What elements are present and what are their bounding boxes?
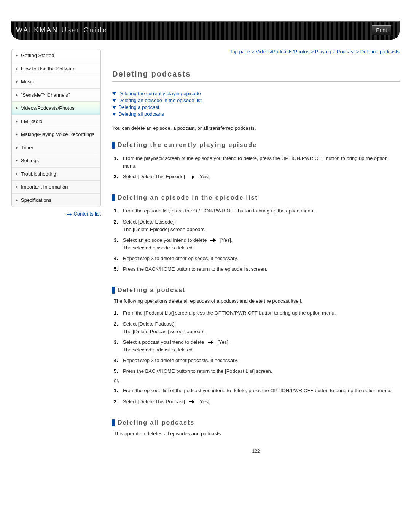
step: Select [Delete This Episode] [Yes].: [114, 171, 400, 182]
step: Select [Delete This Podcast] [Yes].: [114, 396, 400, 407]
step: From the episode list, press the OPTION/…: [114, 206, 400, 216]
crumb-sep: >: [356, 49, 359, 54]
step: Repeat step 3 to delete other episodes, …: [114, 253, 400, 264]
section-title: Deleting all podcasts: [112, 419, 400, 426]
arrow-right-icon: [189, 175, 195, 179]
nav-getting-started[interactable]: Getting Started: [12, 49, 100, 62]
breadcrumb: Top page > Videos/Podcasts/Photos > Play…: [112, 49, 400, 54]
section-del-current: Deleting the currently playing episode F…: [112, 142, 400, 182]
step-text: [Yes].: [198, 399, 210, 404]
crumb-current[interactable]: Deleting podcasts: [360, 49, 400, 54]
sidebar-nav: Getting Started How to Use the Software …: [11, 49, 101, 207]
step-text: Select a podcast you intend to delete: [123, 339, 204, 345]
step: Select an episode you intend to delete […: [114, 235, 400, 253]
anchor-label: Deleting an episode in the episode list: [118, 97, 202, 103]
step: Select [Delete Podcast]. The [Delete Pod…: [114, 319, 400, 337]
chevron-down-icon: [112, 106, 116, 109]
steps-list: From the episode list, press the OPTION/…: [112, 206, 400, 275]
page-number: 122: [112, 449, 400, 454]
section-title: Deleting the currently playing episode: [112, 142, 400, 149]
section-del-in-list: Deleting an episode in the episode list …: [112, 194, 400, 275]
section-del-all: Deleting all podcasts This operation del…: [112, 419, 400, 436]
step: From the episode list of the podcast you…: [114, 385, 400, 396]
nav-fm-radio[interactable]: FM Radio: [12, 115, 100, 128]
arrow-right-icon: [189, 400, 195, 404]
nav-settings[interactable]: Settings: [12, 154, 100, 168]
anchor-label: Deleting all podcasts: [118, 111, 164, 117]
main-content: Top page > Videos/Podcasts/Photos > Play…: [112, 49, 400, 454]
step-text: Select [Delete This Episode]: [123, 174, 185, 179]
step: Select [Delete Episode]. The [Delete Epi…: [114, 217, 400, 235]
steps-list: From the [Podcast List] screen, press th…: [112, 308, 400, 377]
step-sub: The selected episode is deleted.: [123, 244, 400, 252]
section-desc: The following operations delete all epis…: [114, 298, 400, 304]
app-title: WALKMAN User Guide: [16, 26, 107, 34]
arrow-right-icon: [210, 238, 217, 242]
chevron-down-icon: [112, 92, 116, 95]
steps-list-alt: From the episode list of the podcast you…: [112, 385, 400, 407]
step: Press the BACK/HOME button to return to …: [114, 264, 400, 275]
anchor-links: Deleting the currently playing episode D…: [112, 91, 400, 117]
crumb-top[interactable]: Top page: [230, 49, 250, 54]
or-text: or,: [114, 377, 400, 383]
print-button[interactable]: Print: [372, 25, 391, 35]
anchor-del-current[interactable]: Deleting the currently playing episode: [112, 91, 400, 96]
step: Repeat step 3 to delete other podcasts, …: [114, 355, 400, 366]
nav-how-to-use-software[interactable]: How to Use the Software: [12, 62, 100, 76]
step-text: [Yes].: [217, 339, 229, 345]
step-text: Select [Delete Episode].: [123, 219, 176, 225]
header-bar: WALKMAN User Guide Print: [11, 21, 400, 40]
chevron-down-icon: [112, 99, 116, 102]
crumb-sep: >: [252, 49, 255, 54]
step-text: [Yes].: [198, 174, 210, 179]
crumb-subsection[interactable]: Playing a Podcast: [315, 49, 355, 54]
nav-videos-podcasts-photos[interactable]: Videos/Podcasts/Photos: [12, 102, 100, 115]
crumb-sep: >: [311, 49, 314, 54]
contents-list-wrap: Contents list: [11, 211, 101, 217]
nav-troubleshooting[interactable]: Troubleshooting: [12, 168, 100, 181]
anchor-del-in-list[interactable]: Deleting an episode in the episode list: [112, 97, 400, 103]
step-sub: The [Delete Podcast] screen appears.: [123, 328, 400, 335]
step-text: Select [Delete This Podcast]: [123, 399, 185, 404]
step: Select a podcast you intend to delete [Y…: [114, 337, 400, 355]
nav-voice-recordings[interactable]: Making/Playing Voice Recordings: [12, 128, 100, 141]
section-title: Deleting a podcast: [112, 287, 400, 294]
intro-text: You can delete an episode, a podcast, or…: [112, 125, 400, 131]
crumb-section[interactable]: Videos/Podcasts/Photos: [256, 49, 309, 54]
anchor-del-podcast[interactable]: Deleting a podcast: [112, 104, 400, 110]
step-sub: The selected podcast is deleted.: [123, 346, 400, 354]
arrow-right-icon: [67, 213, 72, 216]
step-sub: The [Delete Episode] screen appears.: [123, 226, 400, 233]
step-text: Select [Delete Podcast].: [123, 321, 176, 327]
arrow-right-icon: [208, 340, 214, 344]
step-text: Select an episode you intend to delete: [123, 237, 207, 243]
section-title: Deleting an episode in the episode list: [112, 194, 400, 201]
nav-specifications[interactable]: Specifications: [12, 194, 100, 207]
anchor-label: Deleting the currently playing episode: [118, 91, 201, 96]
anchor-del-all[interactable]: Deleting all podcasts: [112, 111, 400, 117]
step-text: [Yes].: [220, 237, 233, 243]
anchor-label: Deleting a podcast: [118, 104, 159, 110]
nav-important-information[interactable]: Important Information: [12, 181, 100, 194]
section-del-podcast: Deleting a podcast The following operati…: [112, 287, 400, 407]
contents-list-link[interactable]: Contents list: [73, 211, 101, 217]
nav-music[interactable]: Music: [12, 75, 100, 89]
step: Press the BACK/HOME button to return to …: [114, 366, 400, 377]
chevron-down-icon: [112, 113, 116, 116]
step: From the playback screen of the episode …: [114, 153, 400, 171]
page-title: Deleting podcasts: [112, 70, 400, 82]
step: From the [Podcast List] screen, press th…: [114, 308, 400, 318]
nav-sensme-channels[interactable]: "SensMe™ Channels": [12, 89, 100, 102]
nav-timer[interactable]: Timer: [12, 141, 100, 155]
section-desc: This operation deletes all episodes and …: [114, 431, 400, 436]
steps-list: From the playback screen of the episode …: [112, 153, 400, 182]
